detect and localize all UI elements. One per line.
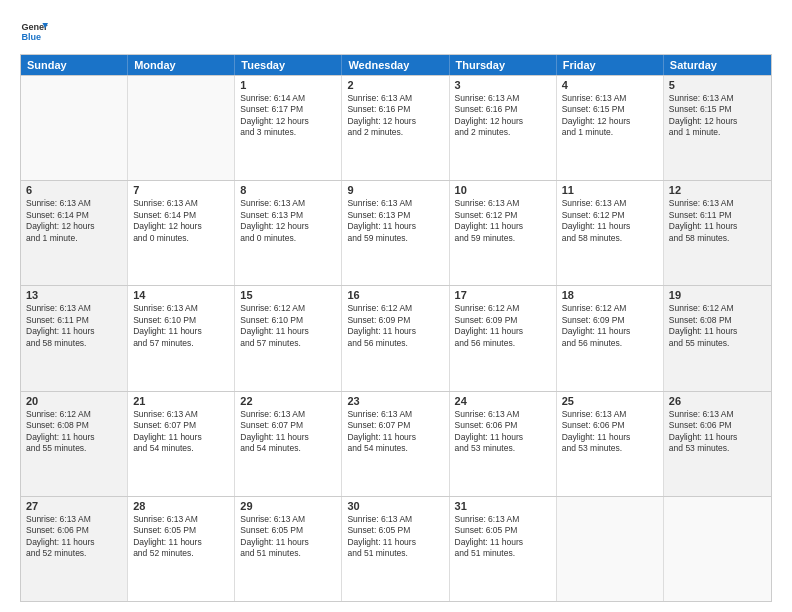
day-cell-23: 23Sunrise: 6:13 AM Sunset: 6:07 PM Dayli…	[342, 392, 449, 496]
logo: General Blue	[20, 16, 52, 44]
day-info: Sunrise: 6:13 AM Sunset: 6:12 PM Dayligh…	[562, 198, 658, 244]
header-day-friday: Friday	[557, 55, 664, 75]
week-row-5: 27Sunrise: 6:13 AM Sunset: 6:06 PM Dayli…	[21, 496, 771, 601]
day-cell-12: 12Sunrise: 6:13 AM Sunset: 6:11 PM Dayli…	[664, 181, 771, 285]
day-number: 31	[455, 500, 551, 512]
header-day-wednesday: Wednesday	[342, 55, 449, 75]
day-info: Sunrise: 6:13 AM Sunset: 6:06 PM Dayligh…	[562, 409, 658, 455]
day-cell-6: 6Sunrise: 6:13 AM Sunset: 6:14 PM Daylig…	[21, 181, 128, 285]
day-number: 15	[240, 289, 336, 301]
day-number: 3	[455, 79, 551, 91]
day-number: 10	[455, 184, 551, 196]
day-cell-21: 21Sunrise: 6:13 AM Sunset: 6:07 PM Dayli…	[128, 392, 235, 496]
day-info: Sunrise: 6:13 AM Sunset: 6:13 PM Dayligh…	[240, 198, 336, 244]
day-number: 18	[562, 289, 658, 301]
day-number: 2	[347, 79, 443, 91]
header-day-sunday: Sunday	[21, 55, 128, 75]
empty-cell	[21, 76, 128, 180]
day-info: Sunrise: 6:13 AM Sunset: 6:06 PM Dayligh…	[455, 409, 551, 455]
day-info: Sunrise: 6:13 AM Sunset: 6:15 PM Dayligh…	[562, 93, 658, 139]
header-day-tuesday: Tuesday	[235, 55, 342, 75]
day-number: 17	[455, 289, 551, 301]
day-cell-20: 20Sunrise: 6:12 AM Sunset: 6:08 PM Dayli…	[21, 392, 128, 496]
day-info: Sunrise: 6:13 AM Sunset: 6:15 PM Dayligh…	[669, 93, 766, 139]
day-cell-31: 31Sunrise: 6:13 AM Sunset: 6:05 PM Dayli…	[450, 497, 557, 601]
day-cell-3: 3Sunrise: 6:13 AM Sunset: 6:16 PM Daylig…	[450, 76, 557, 180]
logo-icon: General Blue	[20, 16, 48, 44]
day-info: Sunrise: 6:13 AM Sunset: 6:16 PM Dayligh…	[347, 93, 443, 139]
empty-cell	[664, 497, 771, 601]
day-cell-1: 1Sunrise: 6:14 AM Sunset: 6:17 PM Daylig…	[235, 76, 342, 180]
day-info: Sunrise: 6:13 AM Sunset: 6:07 PM Dayligh…	[133, 409, 229, 455]
day-cell-13: 13Sunrise: 6:13 AM Sunset: 6:11 PM Dayli…	[21, 286, 128, 390]
day-cell-4: 4Sunrise: 6:13 AM Sunset: 6:15 PM Daylig…	[557, 76, 664, 180]
day-cell-7: 7Sunrise: 6:13 AM Sunset: 6:14 PM Daylig…	[128, 181, 235, 285]
calendar-header: SundayMondayTuesdayWednesdayThursdayFrid…	[21, 55, 771, 75]
header: General Blue	[20, 16, 772, 44]
day-number: 30	[347, 500, 443, 512]
day-info: Sunrise: 6:13 AM Sunset: 6:07 PM Dayligh…	[347, 409, 443, 455]
day-info: Sunrise: 6:13 AM Sunset: 6:06 PM Dayligh…	[669, 409, 766, 455]
day-cell-18: 18Sunrise: 6:12 AM Sunset: 6:09 PM Dayli…	[557, 286, 664, 390]
day-number: 19	[669, 289, 766, 301]
day-number: 24	[455, 395, 551, 407]
day-cell-22: 22Sunrise: 6:13 AM Sunset: 6:07 PM Dayli…	[235, 392, 342, 496]
day-info: Sunrise: 6:13 AM Sunset: 6:05 PM Dayligh…	[240, 514, 336, 560]
day-info: Sunrise: 6:12 AM Sunset: 6:09 PM Dayligh…	[347, 303, 443, 349]
day-number: 12	[669, 184, 766, 196]
day-info: Sunrise: 6:13 AM Sunset: 6:07 PM Dayligh…	[240, 409, 336, 455]
day-number: 26	[669, 395, 766, 407]
day-number: 6	[26, 184, 122, 196]
day-cell-8: 8Sunrise: 6:13 AM Sunset: 6:13 PM Daylig…	[235, 181, 342, 285]
day-cell-5: 5Sunrise: 6:13 AM Sunset: 6:15 PM Daylig…	[664, 76, 771, 180]
day-info: Sunrise: 6:12 AM Sunset: 6:09 PM Dayligh…	[455, 303, 551, 349]
day-number: 14	[133, 289, 229, 301]
day-info: Sunrise: 6:13 AM Sunset: 6:10 PM Dayligh…	[133, 303, 229, 349]
day-number: 25	[562, 395, 658, 407]
day-cell-9: 9Sunrise: 6:13 AM Sunset: 6:13 PM Daylig…	[342, 181, 449, 285]
day-info: Sunrise: 6:13 AM Sunset: 6:11 PM Dayligh…	[26, 303, 122, 349]
day-number: 5	[669, 79, 766, 91]
day-info: Sunrise: 6:12 AM Sunset: 6:10 PM Dayligh…	[240, 303, 336, 349]
day-number: 13	[26, 289, 122, 301]
header-day-monday: Monday	[128, 55, 235, 75]
day-number: 21	[133, 395, 229, 407]
day-number: 29	[240, 500, 336, 512]
day-info: Sunrise: 6:12 AM Sunset: 6:09 PM Dayligh…	[562, 303, 658, 349]
day-number: 1	[240, 79, 336, 91]
day-info: Sunrise: 6:13 AM Sunset: 6:06 PM Dayligh…	[26, 514, 122, 560]
day-cell-15: 15Sunrise: 6:12 AM Sunset: 6:10 PM Dayli…	[235, 286, 342, 390]
day-info: Sunrise: 6:13 AM Sunset: 6:16 PM Dayligh…	[455, 93, 551, 139]
empty-cell	[128, 76, 235, 180]
header-day-saturday: Saturday	[664, 55, 771, 75]
day-info: Sunrise: 6:12 AM Sunset: 6:08 PM Dayligh…	[669, 303, 766, 349]
day-info: Sunrise: 6:13 AM Sunset: 6:05 PM Dayligh…	[455, 514, 551, 560]
week-row-2: 6Sunrise: 6:13 AM Sunset: 6:14 PM Daylig…	[21, 180, 771, 285]
week-row-4: 20Sunrise: 6:12 AM Sunset: 6:08 PM Dayli…	[21, 391, 771, 496]
day-cell-19: 19Sunrise: 6:12 AM Sunset: 6:08 PM Dayli…	[664, 286, 771, 390]
day-info: Sunrise: 6:13 AM Sunset: 6:14 PM Dayligh…	[26, 198, 122, 244]
day-cell-25: 25Sunrise: 6:13 AM Sunset: 6:06 PM Dayli…	[557, 392, 664, 496]
day-cell-26: 26Sunrise: 6:13 AM Sunset: 6:06 PM Dayli…	[664, 392, 771, 496]
day-number: 4	[562, 79, 658, 91]
day-number: 7	[133, 184, 229, 196]
day-cell-27: 27Sunrise: 6:13 AM Sunset: 6:06 PM Dayli…	[21, 497, 128, 601]
day-cell-30: 30Sunrise: 6:13 AM Sunset: 6:05 PM Dayli…	[342, 497, 449, 601]
day-number: 27	[26, 500, 122, 512]
day-number: 9	[347, 184, 443, 196]
day-cell-17: 17Sunrise: 6:12 AM Sunset: 6:09 PM Dayli…	[450, 286, 557, 390]
day-info: Sunrise: 6:12 AM Sunset: 6:08 PM Dayligh…	[26, 409, 122, 455]
day-info: Sunrise: 6:13 AM Sunset: 6:12 PM Dayligh…	[455, 198, 551, 244]
day-info: Sunrise: 6:13 AM Sunset: 6:05 PM Dayligh…	[133, 514, 229, 560]
day-cell-10: 10Sunrise: 6:13 AM Sunset: 6:12 PM Dayli…	[450, 181, 557, 285]
day-cell-29: 29Sunrise: 6:13 AM Sunset: 6:05 PM Dayli…	[235, 497, 342, 601]
day-number: 23	[347, 395, 443, 407]
day-number: 28	[133, 500, 229, 512]
day-info: Sunrise: 6:14 AM Sunset: 6:17 PM Dayligh…	[240, 93, 336, 139]
day-info: Sunrise: 6:13 AM Sunset: 6:14 PM Dayligh…	[133, 198, 229, 244]
header-day-thursday: Thursday	[450, 55, 557, 75]
svg-text:Blue: Blue	[21, 32, 41, 42]
empty-cell	[557, 497, 664, 601]
day-number: 8	[240, 184, 336, 196]
day-number: 11	[562, 184, 658, 196]
